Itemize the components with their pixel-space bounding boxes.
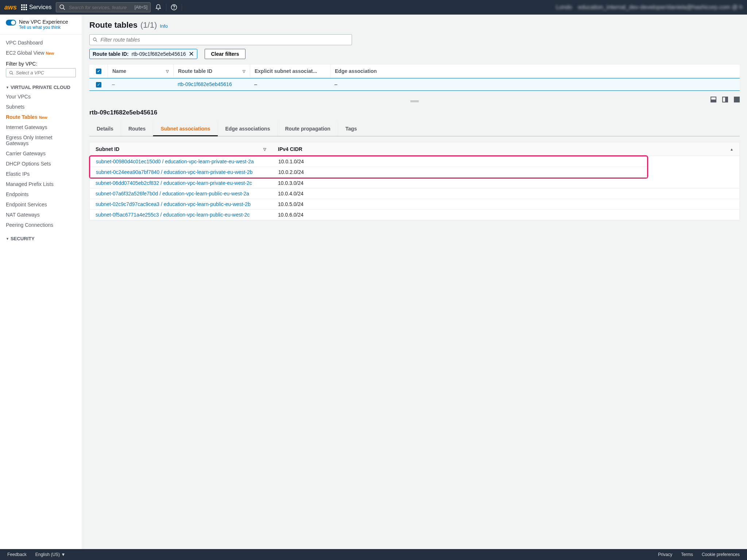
new-badge: New <box>46 51 54 55</box>
header-checkbox[interactable]: ✓ <box>89 65 108 78</box>
sidebar-item-dhcp[interactable]: DHCP Options Sets <box>0 159 82 169</box>
divider <box>182 4 182 11</box>
sidebar-item-subnets[interactable]: Subnets <box>0 102 82 112</box>
sidebar-item-carrier-gateways[interactable]: Carrier Gateways <box>0 148 82 159</box>
sidebar-item-endpoint-services[interactable]: Endpoint Services <box>0 199 82 210</box>
cell-route-table-id[interactable]: rtb-09c1f682e5eb45616 <box>178 81 232 87</box>
aws-logo[interactable]: aws <box>4 4 17 11</box>
subnet-link[interactable]: subnet-02c9c7d97cac9cea3 / education-vpc… <box>96 201 251 207</box>
tab-routes[interactable]: Routes <box>121 122 153 136</box>
subnet-link[interactable]: subnet-06dd07405eb2cf832 / education-vpc… <box>96 180 252 186</box>
global-search[interactable]: [Alt+S] <box>56 2 151 12</box>
new-experience-title: New VPC Experience <box>19 19 68 25</box>
search-icon <box>93 37 98 42</box>
layout-full-icon[interactable] <box>734 97 740 102</box>
help-icon[interactable] <box>171 4 177 11</box>
subnet-associations-table: Subnet ID▽ IPv4 CIDR▲ subnet-00980d4c01e… <box>89 142 740 221</box>
annotation-highlight: subnet-00980d4c01ec150d0 / education-vpc… <box>89 155 648 179</box>
new-experience-toggle[interactable] <box>6 20 16 26</box>
footer-language[interactable]: English (US) ▼ <box>35 552 66 557</box>
sidebar-item-internet-gateways[interactable]: Internet Gateways <box>0 122 82 132</box>
chip-label: Route table ID: <box>93 51 129 57</box>
subnet-row: subnet-00980d4c01ec150d0 / education-vpc… <box>90 156 647 167</box>
sidebar-item-dashboard[interactable]: VPC Dashboard <box>0 38 82 48</box>
detail-panel: ══ rtb-09c1f682e5eb45616 Details Routes … <box>89 97 740 221</box>
main-content: Route tables (1/1) Info Route table ID: … <box>82 15 747 549</box>
tab-details[interactable]: Details <box>89 122 121 136</box>
header-ipv4-cidr[interactable]: IPv4 CIDR▲ <box>272 143 739 156</box>
feedback-link[interactable]: Tell us what you think <box>19 25 68 30</box>
subnet-link[interactable]: subnet-07a6f32a526fe7b0d / education-vpc… <box>96 191 249 197</box>
new-badge: New <box>39 115 47 120</box>
header-subnet-id[interactable]: Subnet ID▽ <box>90 143 272 156</box>
footer-feedback[interactable]: Feedback <box>7 552 27 557</box>
svg-point-0 <box>60 5 64 9</box>
services-menu[interactable]: Services <box>21 4 51 11</box>
services-label: Services <box>29 4 51 11</box>
section-vpc[interactable]: ▼VIRTUAL PRIVATE CLOUD <box>0 82 82 92</box>
region-selector[interactable]: Londo <box>556 4 572 11</box>
sidebar-item-endpoints[interactable]: Endpoints <box>0 189 82 199</box>
subnet-link[interactable]: subnet-0c24eea90a7bf7840 / education-vpc… <box>96 169 253 175</box>
filter-route-tables[interactable] <box>89 34 352 45</box>
search-input[interactable] <box>69 5 131 10</box>
detail-title: rtb-09c1f682e5eb45616 <box>89 109 740 116</box>
subnet-cidr: 10.0.4.0/24 <box>272 188 739 199</box>
sidebar-item-ec2-global[interactable]: EC2 Global ViewNew <box>0 48 82 58</box>
table-header: ✓ Name▽ Route table ID▽ Explicit subnet … <box>89 65 740 78</box>
header-edge-assoc[interactable]: Edge association <box>330 65 388 78</box>
subnet-row: subnet-06dd07405eb2cf832 / education-vpc… <box>90 178 739 188</box>
subnet-row: subnet-0c24eea90a7bf7840 / education-vpc… <box>90 167 647 178</box>
bell-icon[interactable] <box>155 4 162 11</box>
layout-split-vertical-icon[interactable] <box>722 97 728 102</box>
table-row[interactable]: ✓ – rtb-09c1f682e5eb45616 – – <box>89 78 740 91</box>
header-explicit-subnet[interactable]: Explicit subnet associat... <box>250 65 330 78</box>
subnet-row: subnet-07a6f32a526fe7b0d / education-vpc… <box>90 188 739 199</box>
cell-name: – <box>108 78 173 90</box>
header-name[interactable]: Name▽ <box>108 65 173 78</box>
tab-subnet-associations[interactable]: Subnet associations <box>153 122 217 136</box>
drag-handle[interactable]: ══ <box>89 97 740 106</box>
sidebar-item-egress-only[interactable]: Egress Only Internet Gateways <box>0 132 82 148</box>
layout-split-horizontal-icon[interactable] <box>711 97 716 102</box>
chip-close-icon[interactable]: ✕ <box>189 51 194 57</box>
footer-cookies[interactable]: Cookie preferences <box>702 552 740 557</box>
section-security[interactable]: ▼SECURITY <box>0 233 82 243</box>
filter-vpc-input-wrap[interactable] <box>6 68 76 77</box>
sort-icon: ▽ <box>166 69 169 73</box>
sidebar-item-nat-gateways[interactable]: NAT Gateways <box>0 210 82 220</box>
footer-privacy[interactable]: Privacy <box>658 552 672 557</box>
cell-subnet: – <box>250 78 330 90</box>
row-checkbox[interactable]: ✓ <box>96 82 101 88</box>
filter-by-vpc-label: Filter by VPC: <box>0 58 82 68</box>
account-selector[interactable]: education_internal_dev-developer/daniela… <box>578 4 743 11</box>
search-icon <box>9 70 14 75</box>
header-route-table-id[interactable]: Route table ID▽ <box>173 65 250 78</box>
sort-icon: ▽ <box>263 147 266 151</box>
subnet-link[interactable]: subnet-00980d4c01ec150d0 / education-vpc… <box>96 159 254 164</box>
sort-icon: ▽ <box>243 69 245 73</box>
subnet-cidr: 10.0.5.0/24 <box>272 199 739 209</box>
route-tables-table: ✓ Name▽ Route table ID▽ Explicit subnet … <box>89 64 740 91</box>
svg-point-7 <box>93 38 96 41</box>
subnet-link[interactable]: subnet-0f5ac6771a4e255c3 / education-vpc… <box>96 212 250 218</box>
footer-terms[interactable]: Terms <box>681 552 693 557</box>
sidebar-item-your-vpcs[interactable]: Your VPCs <box>0 92 82 102</box>
svg-line-1 <box>63 8 65 10</box>
sidebar-item-route-tables[interactable]: Route TablesNew <box>0 112 82 122</box>
info-link[interactable]: Info <box>160 23 168 29</box>
sidebar-item-peering[interactable]: Peering Connections <box>0 220 82 230</box>
tab-tags[interactable]: Tags <box>338 122 364 136</box>
filter-vpc-input[interactable] <box>16 70 73 75</box>
search-icon <box>59 4 66 11</box>
tab-route-propagation[interactable]: Route propagation <box>277 122 337 136</box>
sidebar-item-managed-prefix[interactable]: Managed Prefix Lists <box>0 179 82 189</box>
subnet-table-header: Subnet ID▽ IPv4 CIDR▲ <box>90 143 739 156</box>
clear-filters-button[interactable]: Clear filters <box>205 49 245 59</box>
filter-chip-route-table-id: Route table ID: rtb-09c1f682e5eb45616 ✕ <box>89 49 197 59</box>
sidebar-item-elastic-ips[interactable]: Elastic IPs <box>0 169 82 179</box>
subnet-row: subnet-0f5ac6771a4e255c3 / education-vpc… <box>90 210 739 220</box>
filter-input[interactable] <box>101 37 349 43</box>
services-grid-icon <box>21 4 27 10</box>
tab-edge-associations[interactable]: Edge associations <box>218 122 278 136</box>
